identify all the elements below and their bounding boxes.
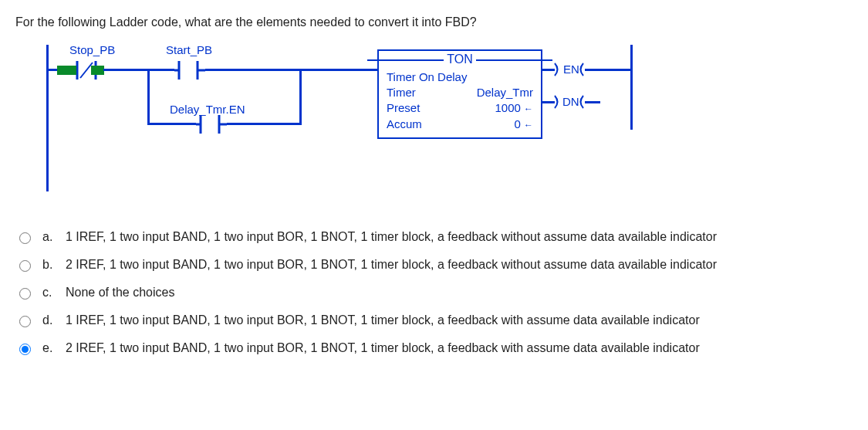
option-d[interactable]: d. 1 IREF, 1 two input BAND, 1 two input…: [15, 313, 853, 327]
timer-value: Delay_Tmr: [477, 85, 533, 100]
wire: [150, 69, 174, 71]
branch-wire: [147, 69, 150, 125]
radio-e[interactable]: [19, 344, 31, 355]
accum-label: Accum: [387, 117, 422, 133]
option-letter: b.: [42, 258, 56, 272]
right-rail: [630, 45, 633, 130]
stop-pb-label: Stop_PB: [69, 43, 115, 56]
branch-wire: [299, 69, 302, 125]
wire: [585, 69, 630, 71]
option-letter: e.: [42, 341, 56, 355]
option-text: 1 IREF, 1 two input BAND, 1 two input BO…: [66, 313, 700, 327]
wire: [302, 69, 377, 71]
option-text: 2 IREF, 1 two input BAND, 1 two input BO…: [66, 258, 717, 272]
option-text: 1 IREF, 1 two input BAND, 1 two input BO…: [66, 230, 717, 244]
answer-options: a. 1 IREF, 1 two input BAND, 1 two input…: [15, 230, 853, 355]
delay-tmr-en-contact: [196, 115, 219, 134]
radio-d[interactable]: [19, 316, 31, 327]
delay-tmr-en-label: Delay_Tmr.EN: [170, 103, 245, 116]
radio-b[interactable]: [19, 260, 31, 272]
option-b[interactable]: b. 2 IREF, 1 two input BAND, 1 two input…: [15, 258, 853, 272]
timer-block: TON Timer On Delay Timer Delay_Tmr Prese…: [377, 49, 542, 139]
timer-label: Timer: [387, 85, 416, 100]
energized: [67, 66, 76, 75]
wire: [205, 69, 302, 71]
energized: [91, 66, 104, 75]
ladder-diagram: Stop_PB Start_PB Delay_Tmr.EN: [46, 45, 633, 199]
start-pb-label: Start_PB: [166, 43, 212, 56]
wire: [227, 123, 302, 125]
option-text: None of the choices: [66, 286, 174, 300]
ton-label: TON: [444, 52, 475, 66]
option-text: 2 IREF, 1 two input BAND, 1 two input BO…: [66, 341, 700, 355]
preset-value: 1000: [495, 101, 520, 114]
preset-label: Preset: [387, 100, 420, 117]
left-rail: [46, 45, 49, 191]
option-a[interactable]: a. 1 IREF, 1 two input BAND, 1 two input…: [15, 230, 853, 244]
option-letter: c.: [42, 286, 56, 300]
start-pb-contact: [174, 61, 198, 80]
option-letter: a.: [42, 230, 56, 244]
option-e[interactable]: e. 2 IREF, 1 two input BAND, 1 two input…: [15, 341, 853, 355]
radio-a[interactable]: [19, 232, 31, 244]
accum-value: 0: [514, 117, 520, 130]
svg-text:DN: DN: [562, 95, 579, 108]
option-letter: d.: [42, 313, 56, 327]
wire: [585, 101, 600, 103]
wire: [150, 123, 196, 125]
radio-c[interactable]: [19, 288, 31, 300]
timer-on-delay: Timer On Delay: [387, 69, 467, 85]
wire: [103, 69, 150, 71]
question-text: For the following Ladder code, what are …: [15, 15, 853, 29]
svg-text:EN: EN: [563, 63, 579, 76]
energized-wire: [57, 66, 68, 75]
option-c[interactable]: c. None of the choices: [15, 286, 853, 300]
